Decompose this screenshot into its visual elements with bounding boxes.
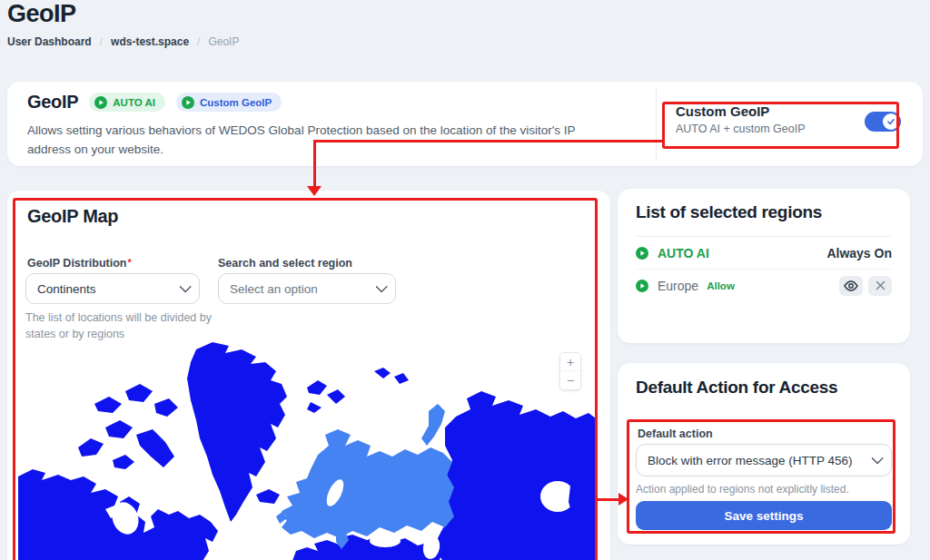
map-zoom-control: + − [559, 352, 581, 390]
required-asterisk: * [128, 257, 132, 268]
action-card-heading: Default Action for Access [636, 378, 837, 398]
play-icon [182, 96, 194, 109]
geoip-map-card: GeoIP Map GeoIP Distribution* Continents… [7, 191, 610, 560]
distribution-label: GeoIP Distribution* [27, 257, 132, 270]
default-action-select[interactable]: Block with error message (HTTP 456) [636, 444, 892, 476]
custom-geoip-badge-label: Custom GeoIP [200, 97, 272, 108]
breadcrumb-user-dashboard[interactable]: User Dashboard [7, 35, 92, 48]
breadcrumb-separator: / [100, 35, 103, 48]
check-icon [886, 117, 895, 126]
custom-geoip-badge: Custom GeoIP [176, 93, 282, 112]
distribution-select[interactable]: Continents [25, 273, 200, 304]
world-map-svg [18, 340, 596, 560]
region-row-auto-ai: AUTO AI Always On [636, 236, 892, 269]
play-icon [636, 247, 648, 260]
x-icon [876, 280, 885, 290]
breadcrumb-separator: / [197, 35, 200, 48]
play-icon [94, 96, 107, 109]
breadcrumb-current: GeoIP [208, 35, 239, 48]
geoip-overview-card: GeoIP AUTO AI Custom GeoIP Allows settin… [7, 82, 923, 166]
vertical-divider [656, 88, 657, 161]
region-name: AUTO AI [658, 246, 709, 260]
zoom-in-button[interactable]: + [560, 353, 580, 371]
auto-ai-badge: AUTO AI [89, 93, 165, 112]
default-action-help-text: Action applied to regions not explicitly… [636, 482, 895, 497]
auto-ai-badge-label: AUTO AI [113, 97, 155, 108]
page-title: GeoIP [7, 0, 76, 28]
chevron-down-icon [375, 280, 388, 293]
world-map[interactable] [18, 340, 596, 560]
zoom-out-button[interactable]: − [560, 371, 580, 389]
map-card-heading: GeoIP Map [27, 206, 118, 227]
distribution-select-value: Continents [37, 282, 96, 296]
regions-card-heading: List of selected regions [636, 202, 822, 222]
region-status: Always On [826, 246, 892, 260]
overview-heading: GeoIP [27, 92, 78, 113]
chevron-down-icon [871, 452, 884, 465]
region-name: Europe [658, 279, 698, 293]
custom-geoip-toggle[interactable] [865, 112, 901, 132]
chevron-down-icon [179, 280, 192, 293]
distribution-help-text: The list of locations will be divided by… [25, 309, 243, 342]
default-action-select-value: Block with error message (HTTP 456) [648, 454, 853, 467]
eye-icon [844, 280, 858, 291]
region-allow-badge: Allow [707, 280, 735, 291]
search-region-placeholder: Select an option [230, 282, 318, 296]
overview-description: Allows setting various behaviors of WEDO… [27, 122, 622, 160]
remove-region-button[interactable] [868, 276, 892, 296]
toggle-knob [883, 113, 899, 130]
breadcrumb: User Dashboard / wds-test.space / GeoIP [7, 35, 239, 48]
save-settings-button[interactable]: Save settings [636, 501, 892, 530]
breadcrumb-domain[interactable]: wds-test.space [111, 35, 189, 48]
default-action-card: Default Action for Access Default action… [618, 363, 910, 545]
play-icon [636, 280, 648, 292]
selected-regions-card: List of selected regions AUTO AI Always … [618, 189, 910, 343]
default-action-label: Default action [638, 427, 713, 440]
search-region-select[interactable]: Select an option [218, 273, 396, 304]
preview-region-button[interactable] [839, 276, 863, 296]
region-row-europe: Europe Allow [636, 269, 892, 301]
search-region-label: Search and select region [218, 257, 352, 270]
